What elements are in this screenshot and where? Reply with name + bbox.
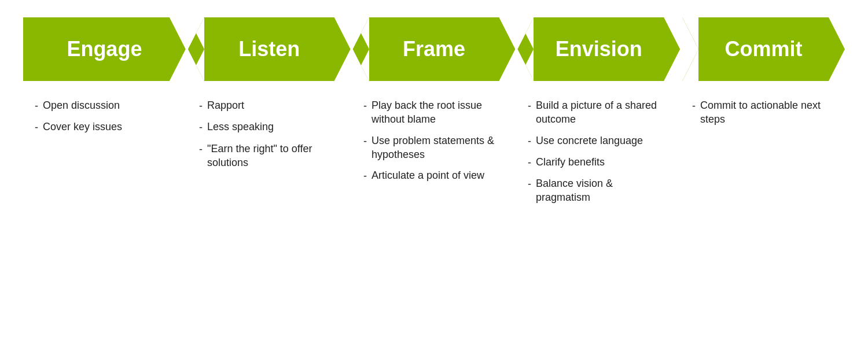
envision-bullet-list: - Build a picture of a shared outcome - …	[528, 98, 669, 205]
engage-bullet-list: - Open discussion - Cover key issues	[35, 98, 176, 135]
step-envision-label: Envision	[556, 37, 642, 61]
bullet-dash: -	[363, 169, 367, 183]
content-row: - Open discussion - Cover key issues - R…	[23, 98, 845, 333]
bullet-text: Open discussion	[43, 98, 120, 112]
step-frame-label: Frame	[403, 37, 465, 61]
listen-bullet-list: - Rapport - Less speaking - "Earn the ri…	[199, 98, 340, 170]
step-envision: Envision	[517, 17, 680, 81]
commit-content: - Commit to actionable next steps	[681, 98, 845, 333]
bullet-dash: -	[363, 134, 367, 148]
bullet-dash: -	[199, 99, 203, 113]
bullet-dash: -	[199, 120, 203, 134]
bullet-text: Less speaking	[207, 120, 274, 134]
bullet-dash: -	[199, 142, 203, 156]
bullet-text: Play back the root issue without blame	[372, 98, 505, 127]
bullet-dash: -	[363, 99, 367, 113]
list-item: - Build a picture of a shared outcome	[528, 98, 669, 127]
list-item: - Use problem statements & hypotheses	[363, 134, 505, 162]
bullet-dash: -	[528, 156, 531, 170]
arrow-banner: Engage Listen Frame Envision Commit	[23, 17, 845, 81]
list-item: - Less speaking	[199, 120, 340, 134]
list-item: - Commit to actionable next steps	[692, 98, 833, 127]
list-item: - Balance vision & pragmatism	[528, 176, 669, 205]
bullet-text: "Earn the right" to offer solutions	[207, 142, 340, 170]
bullet-dash: -	[692, 99, 696, 113]
bullet-dash: -	[528, 99, 531, 113]
list-item: - Play back the root issue without blame	[363, 98, 505, 127]
step-listen: Listen	[188, 17, 351, 81]
frame-bullet-list: - Play back the root issue without blame…	[363, 98, 505, 183]
list-item: - Rapport	[199, 98, 340, 113]
bullet-text: Build a picture of a shared outcome	[536, 98, 669, 127]
bullet-dash: -	[528, 134, 531, 148]
frame-content: - Play back the root issue without blame…	[352, 98, 516, 333]
page-container: Engage Listen Frame Envision Commit - Op…	[0, 0, 868, 350]
bullet-text: Use problem statements & hypotheses	[372, 134, 505, 162]
step-commit-label: Commit	[725, 37, 803, 61]
step-commit: Commit	[682, 17, 845, 81]
list-item: - Use concrete language	[528, 134, 669, 148]
bullet-dash: -	[528, 177, 531, 191]
step-frame: Frame	[353, 17, 516, 81]
commit-bullet-list: - Commit to actionable next steps	[692, 98, 833, 127]
list-item: - Clarify benefits	[528, 155, 669, 170]
bullet-dash: -	[35, 120, 38, 134]
bullet-text: Rapport	[207, 98, 244, 112]
list-item: - Articulate a point of view	[363, 168, 505, 183]
list-item: - "Earn the right" to offer solutions	[199, 142, 340, 170]
bullet-text: Cover key issues	[43, 120, 122, 134]
bullet-text: Use concrete language	[536, 134, 643, 148]
bullet-text: Articulate a point of view	[372, 168, 484, 182]
bullet-text: Clarify benefits	[536, 155, 605, 169]
list-item: - Open discussion	[35, 98, 176, 113]
engage-content: - Open discussion - Cover key issues	[23, 98, 187, 333]
step-engage: Engage	[23, 17, 186, 81]
step-engage-label: Engage	[67, 37, 142, 61]
list-item: - Cover key issues	[35, 120, 176, 134]
envision-content: - Build a picture of a shared outcome - …	[516, 98, 681, 333]
bullet-text: Commit to actionable next steps	[700, 98, 833, 127]
bullet-text: Balance vision & pragmatism	[536, 176, 669, 205]
bullet-dash: -	[35, 99, 38, 113]
listen-content: - Rapport - Less speaking - "Earn the ri…	[187, 98, 352, 333]
step-listen-label: Listen	[238, 37, 300, 61]
